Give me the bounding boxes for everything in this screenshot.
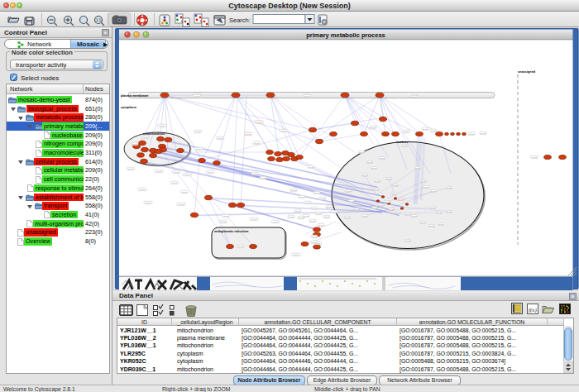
- svg-text:an-bd: an-bd: [327, 206, 333, 208]
- svg-text:an-bd: an-bd: [429, 225, 435, 227]
- svg-text:cytoplasm: cytoplasm: [121, 106, 136, 109]
- svg-text:an-bd: an-bd: [393, 184, 399, 186]
- svg-text:an-bd: an-bd: [254, 142, 260, 144]
- svg-text:an-bd: an-bd: [375, 180, 380, 182]
- svg-text:an-bd: an-bd: [389, 208, 395, 210]
- svg-text:an-bd: an-bd: [156, 170, 162, 172]
- svg-text:an-bd: an-bd: [481, 132, 486, 134]
- svg-text:an-bd: an-bd: [413, 94, 419, 96]
- svg-text:an-bd: an-bd: [437, 212, 443, 213]
- svg-text:endoplasmic reticulum: endoplasmic reticulum: [214, 230, 249, 233]
- svg-text:an-bd: an-bd: [316, 213, 322, 214]
- svg-text:an-bd: an-bd: [291, 189, 297, 191]
- svg-text:an-bd: an-bd: [431, 190, 437, 192]
- svg-text:an-bd: an-bd: [273, 221, 279, 222]
- svg-text:an-bd: an-bd: [312, 236, 318, 237]
- svg-text:an-bd: an-bd: [372, 207, 378, 208]
- svg-text:an-bd: an-bd: [371, 167, 377, 169]
- svg-text:an-bd: an-bd: [312, 208, 318, 209]
- svg-text:an-bd: an-bd: [318, 224, 324, 226]
- svg-text:an-bd: an-bd: [182, 191, 188, 193]
- svg-text:an-bd: an-bd: [140, 189, 146, 190]
- svg-text:an-bd: an-bd: [332, 211, 337, 213]
- svg-text:an-bd: an-bd: [362, 174, 368, 176]
- svg-text:an-bd: an-bd: [447, 187, 452, 189]
- svg-text:an-bd: an-bd: [469, 133, 475, 135]
- svg-text:an-bd: an-bd: [415, 167, 421, 169]
- svg-text:an-bd: an-bd: [430, 207, 436, 208]
- svg-text:an-bd: an-bd: [309, 166, 314, 168]
- svg-text:an-bd: an-bd: [532, 156, 538, 158]
- svg-text:an-bd: an-bd: [367, 161, 373, 163]
- svg-text:an-bd: an-bd: [405, 240, 411, 241]
- svg-text:an-bd: an-bd: [405, 213, 411, 215]
- svg-text:an-bd: an-bd: [354, 208, 360, 210]
- svg-text:an-bd: an-bd: [294, 254, 299, 256]
- svg-text:an-bd: an-bd: [320, 198, 326, 199]
- svg-text:an-bd: an-bd: [386, 178, 392, 179]
- svg-text:unassigned: unassigned: [518, 70, 536, 74]
- svg-text:an-bd: an-bd: [223, 215, 229, 217]
- svg-text:an-bd: an-bd: [172, 182, 178, 184]
- svg-text:an-bd: an-bd: [402, 145, 408, 146]
- svg-text:an-bd: an-bd: [447, 211, 452, 213]
- svg-text:an-bd: an-bd: [423, 128, 428, 130]
- svg-text:an-bd: an-bd: [304, 215, 309, 217]
- svg-text:an-bd: an-bd: [392, 193, 398, 194]
- svg-text:an-bd: an-bd: [385, 201, 390, 203]
- svg-text:an-bd: an-bd: [238, 246, 244, 247]
- svg-text:an-bd: an-bd: [420, 222, 426, 223]
- svg-text:an-bd: an-bd: [174, 171, 179, 173]
- svg-text:an-bd: an-bd: [246, 133, 251, 135]
- svg-text:an-bd: an-bd: [345, 217, 351, 218]
- svg-text:an-bd: an-bd: [281, 130, 287, 131]
- svg-text:an-bd: an-bd: [349, 200, 355, 202]
- svg-text:an-bd: an-bd: [374, 189, 380, 190]
- svg-text:an-bd: an-bd: [395, 212, 401, 213]
- svg-text:an-bd: an-bd: [184, 174, 190, 175]
- svg-text:an-bd: an-bd: [252, 173, 258, 174]
- svg-text:an-bd: an-bd: [305, 202, 311, 203]
- svg-text:an-bd: an-bd: [194, 93, 200, 95]
- svg-text:an-bd: an-bd: [295, 210, 301, 212]
- svg-text:an-bd: an-bd: [128, 168, 134, 170]
- svg-text:an-bd: an-bd: [251, 218, 257, 220]
- svg-text:an-bd: an-bd: [208, 171, 213, 173]
- svg-text:an-bd: an-bd: [421, 180, 427, 182]
- svg-text:f(x): f(x): [529, 307, 537, 313]
- svg-text:an-bd: an-bd: [196, 148, 202, 150]
- svg-text:an-bd: an-bd: [314, 192, 320, 194]
- svg-text:an-bd: an-bd: [221, 221, 227, 222]
- svg-text:an-bd: an-bd: [218, 137, 223, 139]
- svg-text:an-bd: an-bd: [261, 177, 266, 179]
- svg-text:an-bd: an-bd: [346, 190, 352, 192]
- svg-text:an-bd: an-bd: [195, 131, 201, 132]
- svg-text:an-bd: an-bd: [132, 143, 138, 145]
- svg-text:primary metabolic process: primary metabolic process: [306, 31, 385, 39]
- svg-text:1:1: 1:1: [96, 18, 102, 22]
- svg-text:an-bd: an-bd: [412, 215, 418, 217]
- svg-text:an-bd: an-bd: [431, 130, 437, 131]
- svg-text:an-bd: an-bd: [359, 151, 365, 153]
- svg-text:an-bd: an-bd: [380, 157, 385, 159]
- svg-text:an-bd: an-bd: [399, 198, 404, 200]
- svg-text:an-bd: an-bd: [160, 125, 165, 127]
- svg-text:an-bd: an-bd: [256, 122, 262, 123]
- svg-text:plasma membrane: plasma membrane: [121, 94, 148, 98]
- svg-text:an-bd: an-bd: [404, 131, 409, 132]
- svg-text:an-bd: an-bd: [299, 196, 305, 198]
- svg-text:an-bd: an-bd: [379, 204, 385, 206]
- svg-text:an-bd: an-bd: [143, 136, 149, 138]
- svg-text:an-bd: an-bd: [146, 202, 151, 203]
- svg-text:mitochondrion: mitochondrion: [143, 132, 165, 136]
- svg-text:Search:: Search:: [229, 17, 251, 24]
- svg-text:an-bd: an-bd: [304, 93, 310, 95]
- svg-text:an-bd: an-bd: [310, 220, 316, 222]
- svg-text:an-bd: an-bd: [179, 203, 184, 205]
- svg-text:an-bd: an-bd: [312, 241, 318, 243]
- svg-text:an-bd: an-bd: [324, 216, 330, 218]
- svg-text:an-bd: an-bd: [438, 223, 444, 225]
- svg-text:an-bd: an-bd: [362, 215, 368, 217]
- svg-text:an-bd: an-bd: [423, 186, 429, 188]
- svg-text:an-bd: an-bd: [371, 127, 376, 128]
